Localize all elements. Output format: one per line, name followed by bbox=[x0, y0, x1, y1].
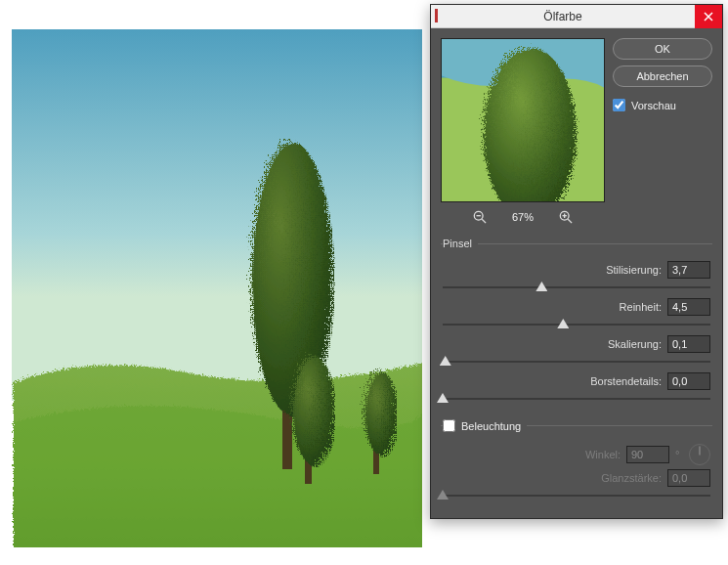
param-stilisierung: Stilisierung: bbox=[443, 261, 710, 279]
close-icon bbox=[704, 12, 713, 22]
svg-line-14 bbox=[568, 219, 572, 223]
skalierung-slider[interactable] bbox=[443, 355, 710, 369]
oil-paint-dialog: Ölfarbe bbox=[430, 4, 723, 519]
svg-line-11 bbox=[482, 219, 486, 223]
reinheit-input[interactable] bbox=[667, 298, 710, 316]
svg-point-4 bbox=[287, 351, 330, 460]
brush-legend: Pinsel bbox=[443, 238, 478, 249]
zoom-in-button[interactable] bbox=[557, 208, 575, 226]
titlebar-accent bbox=[435, 9, 438, 22]
zoom-in-icon bbox=[559, 210, 573, 224]
glanz-input bbox=[667, 469, 710, 487]
canvas[interactable] bbox=[12, 29, 422, 547]
preview-checkbox[interactable] bbox=[613, 99, 625, 111]
zoom-out-icon bbox=[473, 210, 487, 224]
preview-checkbox-row[interactable]: Vorschau bbox=[613, 99, 712, 111]
glanz-label: Glanzstärke: bbox=[601, 472, 662, 484]
zoom-value: 67% bbox=[506, 211, 539, 223]
stilisierung-label: Stilisierung: bbox=[606, 264, 662, 276]
svg-rect-0 bbox=[12, 29, 422, 401]
lighting-label: Beleuchtung bbox=[461, 420, 521, 432]
angle-dial bbox=[689, 444, 710, 465]
reinheit-label: Reinheit: bbox=[620, 301, 662, 313]
skalierung-input[interactable] bbox=[667, 335, 710, 353]
brush-group: Pinsel Stilisierung: Reinheit: Skalierun… bbox=[441, 238, 712, 408]
winkel-input bbox=[626, 446, 669, 463]
stilisierung-slider[interactable] bbox=[443, 281, 710, 294]
preview-thumbnail[interactable] bbox=[441, 38, 605, 202]
titlebar[interactable]: Ölfarbe bbox=[431, 5, 722, 28]
lighting-group: Beleuchtung Winkel: ° Glanzstärke: bbox=[441, 419, 712, 504]
param-glanz: Glanzstärke: bbox=[443, 469, 710, 487]
lighting-toggle-row[interactable]: Beleuchtung bbox=[443, 419, 521, 432]
borsten-label: Borstendetails: bbox=[590, 375, 662, 387]
param-reinheit: Reinheit: bbox=[443, 298, 710, 316]
lighting-legend: Beleuchtung bbox=[443, 419, 527, 432]
skalierung-label: Skalierung: bbox=[608, 338, 662, 350]
artwork-image bbox=[12, 29, 422, 547]
svg-point-6 bbox=[360, 367, 393, 451]
preview-label: Vorschau bbox=[631, 100, 676, 111]
stilisierung-input[interactable] bbox=[667, 261, 710, 279]
param-winkel: Winkel: ° bbox=[443, 444, 710, 465]
winkel-unit: ° bbox=[675, 449, 683, 460]
borsten-slider[interactable] bbox=[443, 392, 710, 406]
dialog-title: Ölfarbe bbox=[431, 10, 695, 23]
cancel-button[interactable]: Abbrechen bbox=[613, 65, 712, 87]
glanz-slider bbox=[443, 489, 710, 502]
param-borsten: Borstendetails: bbox=[443, 372, 710, 390]
reinheit-slider[interactable] bbox=[443, 318, 710, 331]
param-skalierung: Skalierung: bbox=[443, 335, 710, 353]
close-button[interactable] bbox=[695, 5, 722, 28]
lighting-checkbox[interactable] bbox=[443, 419, 455, 432]
zoom-out-button[interactable] bbox=[471, 208, 489, 226]
winkel-label: Winkel: bbox=[585, 449, 621, 460]
ok-button[interactable]: OK bbox=[613, 38, 712, 60]
borsten-input[interactable] bbox=[667, 372, 710, 390]
